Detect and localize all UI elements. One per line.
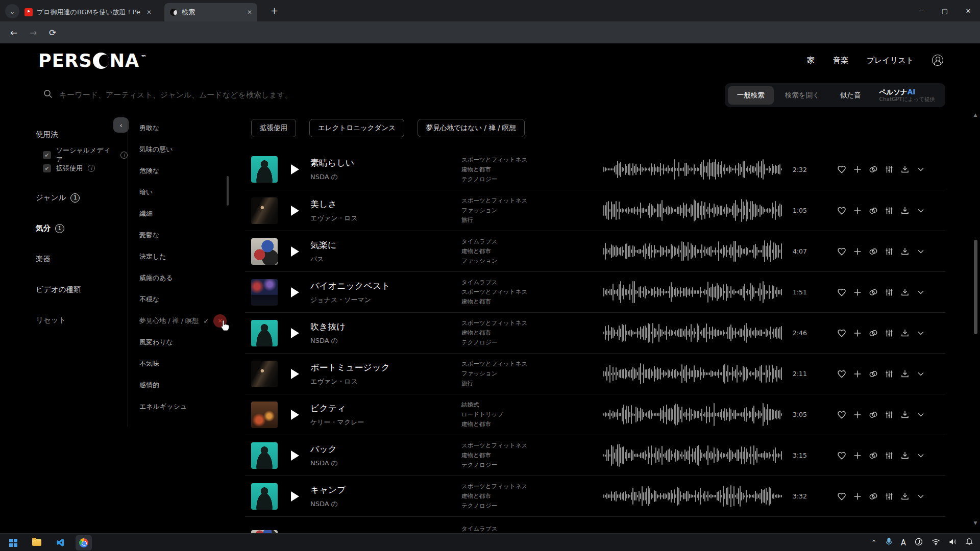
track-artist[interactable]: エヴァン・ロス: [310, 377, 461, 386]
favorite-icon[interactable]: [837, 206, 847, 216]
waveform[interactable]: [603, 482, 783, 511]
category-label[interactable]: テクノロジー: [461, 460, 603, 470]
similar-icon[interactable]: [868, 164, 878, 174]
expand-icon[interactable]: [916, 287, 926, 297]
track-artist[interactable]: ケリー・マクレー: [310, 418, 461, 427]
stems-icon[interactable]: [884, 287, 894, 297]
filter-chip[interactable]: エレクトロニックダンス: [309, 119, 404, 137]
favorite-icon[interactable]: [837, 287, 847, 297]
sidebar-item-mood[interactable]: 気分 1: [36, 223, 64, 233]
track-title[interactable]: キャンプ: [310, 484, 461, 496]
favorite-icon[interactable]: [837, 328, 847, 338]
favorite-icon[interactable]: [837, 164, 847, 174]
play-button[interactable]: [278, 450, 310, 461]
expand-icon[interactable]: [916, 164, 926, 174]
chrome-taskbar-button[interactable]: [76, 535, 92, 550]
album-art[interactable]: [251, 442, 278, 469]
category-label[interactable]: スポーツとフィットネス: [461, 155, 603, 165]
similar-icon[interactable]: [868, 410, 878, 420]
info-icon[interactable]: i: [120, 152, 128, 159]
tray-microphone-icon[interactable]: [886, 538, 892, 548]
album-art[interactable]: [251, 402, 278, 428]
mode-open-search[interactable]: 検索を開く: [776, 86, 829, 105]
category-label[interactable]: 建物と都市: [461, 165, 603, 174]
favorite-icon[interactable]: [837, 369, 847, 379]
track-title[interactable]: 吹き抜け: [310, 321, 461, 333]
similar-icon[interactable]: [868, 206, 878, 216]
sidebar-item-genre[interactable]: ジャンル 1: [36, 193, 80, 203]
track-artist[interactable]: NSDA の: [310, 172, 461, 182]
waveform[interactable]: [603, 360, 783, 388]
play-button[interactable]: [278, 287, 310, 297]
tray-wifi-icon[interactable]: [932, 538, 940, 547]
expand-icon[interactable]: [916, 369, 926, 379]
sidebar-collapse-button[interactable]: ‹: [113, 117, 129, 133]
download-icon[interactable]: [900, 287, 910, 297]
stems-icon[interactable]: [884, 246, 894, 257]
add-icon[interactable]: [852, 328, 863, 338]
forward-icon[interactable]: →: [27, 26, 40, 39]
favorite-icon[interactable]: [837, 410, 847, 420]
add-icon[interactable]: [852, 410, 863, 420]
category-label[interactable]: 旅行: [461, 215, 603, 225]
category-label[interactable]: テクノロジー: [461, 501, 603, 511]
track-artist[interactable]: エヴァン・ロス: [310, 214, 461, 223]
category-label[interactable]: 建物と都市: [461, 450, 603, 460]
checkbox-checked-icon[interactable]: ✔: [43, 164, 51, 172]
play-button[interactable]: [278, 410, 310, 420]
expand-icon[interactable]: [916, 450, 926, 461]
add-icon[interactable]: [852, 164, 863, 174]
stems-icon[interactable]: [884, 450, 894, 461]
category-label[interactable]: スポーツとフィットネス: [461, 359, 603, 369]
mode-general-search[interactable]: 一般検索: [728, 86, 774, 105]
browser-tab-youtube[interactable]: プロ御用達のBGMを使い放題！Pe ✕: [19, 3, 162, 21]
download-icon[interactable]: [900, 491, 910, 502]
play-button[interactable]: [278, 491, 310, 502]
track-title[interactable]: ボートミュージック: [310, 362, 461, 373]
track-title[interactable]: 気楽に: [310, 239, 461, 251]
category-label[interactable]: スポーツとフィットネス: [461, 441, 603, 450]
play-button[interactable]: [278, 328, 310, 338]
mood-filter-item[interactable]: 繊細: [139, 203, 231, 224]
scroll-up-arrow[interactable]: ▲: [973, 112, 978, 117]
reload-icon[interactable]: ⟳: [46, 26, 59, 39]
category-label[interactable]: ロードトリップ: [461, 410, 603, 419]
waveform[interactable]: [603, 237, 783, 266]
filter-chip[interactable]: 夢見心地ではない / 禅 / 瞑想: [418, 119, 525, 137]
album-art[interactable]: [251, 483, 278, 510]
add-icon[interactable]: [852, 491, 863, 502]
add-icon[interactable]: [852, 287, 863, 297]
similar-icon[interactable]: [868, 369, 878, 379]
track-title[interactable]: ビクティ: [310, 403, 461, 414]
album-art[interactable]: [251, 361, 278, 387]
category-label[interactable]: ファッション: [461, 206, 603, 215]
download-icon[interactable]: [900, 206, 910, 216]
download-icon[interactable]: [900, 450, 910, 461]
track-artist[interactable]: NSDA の: [310, 459, 461, 468]
window-maximize-button[interactable]: ▢: [933, 0, 957, 21]
scroll-down-arrow[interactable]: ▼: [973, 520, 978, 525]
mood-filter-item[interactable]: 危険な: [139, 160, 231, 182]
category-label[interactable]: スポーツとフィットネス: [461, 287, 603, 297]
favorite-icon[interactable]: [837, 491, 847, 502]
mood-filter-item[interactable]: 夢見心地 / 禅 / 瞑想✓: [139, 310, 231, 332]
start-button[interactable]: [5, 535, 21, 550]
expand-icon[interactable]: [916, 328, 926, 338]
category-label[interactable]: 建物と都市: [461, 419, 603, 429]
mode-similar-sound[interactable]: 似た音: [831, 86, 870, 105]
album-art[interactable]: [251, 197, 278, 224]
play-button[interactable]: [278, 369, 310, 379]
sidebar-item-instruments[interactable]: 楽器: [36, 254, 51, 264]
mood-filter-item[interactable]: 決定した: [139, 246, 231, 267]
similar-icon[interactable]: [868, 491, 878, 502]
mood-filter-item[interactable]: エネルギッシュ: [139, 396, 231, 417]
category-label[interactable]: タイムラプス: [461, 278, 603, 287]
track-title[interactable]: バイオニックベスト: [310, 280, 461, 292]
mood-filter-item[interactable]: 憂鬱な: [139, 224, 231, 246]
stems-icon[interactable]: [884, 164, 894, 174]
browser-tab-search[interactable]: 検索 ✕: [164, 3, 257, 21]
window-close-button[interactable]: ✕: [957, 0, 980, 21]
waveform[interactable]: [603, 278, 783, 307]
category-label[interactable]: スポーツとフィットネス: [461, 318, 603, 328]
nav-music-link[interactable]: 音楽: [833, 56, 848, 65]
